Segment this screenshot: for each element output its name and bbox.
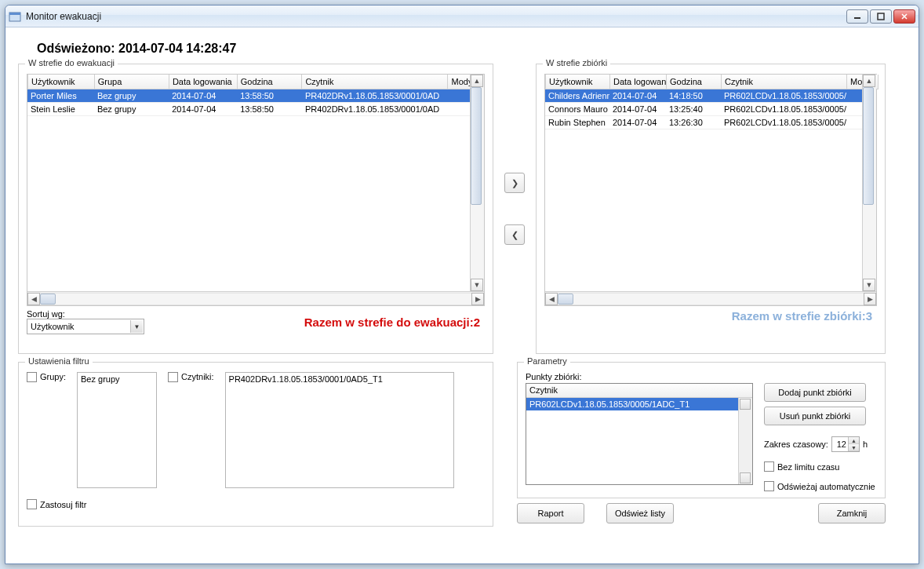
list-item[interactable]: PR402DRv1.18.05.1853/0001/0AD5_T1 bbox=[226, 373, 453, 385]
range-input[interactable] bbox=[832, 440, 848, 449]
spin-down-icon[interactable]: ▼ bbox=[849, 444, 859, 451]
sort-label: Sortuj wg: bbox=[27, 309, 140, 319]
horizontal-scrollbar[interactable]: ◀ ▶ bbox=[545, 291, 876, 305]
vertical-scrollbar[interactable] bbox=[738, 398, 752, 484]
col-header[interactable]: Grupa bbox=[94, 75, 169, 89]
col-header[interactable]: Data logowania bbox=[169, 75, 237, 89]
readers-checkbox[interactable] bbox=[168, 372, 178, 382]
minimize-button[interactable] bbox=[846, 9, 868, 24]
scroll-up-icon[interactable]: ▲ bbox=[863, 75, 875, 87]
col-header[interactable]: Użytkownik bbox=[546, 75, 610, 89]
move-right-button[interactable]: ❯ bbox=[504, 173, 525, 193]
table-row[interactable]: Stein Leslie Bez grupy 2014-07-04 13:58:… bbox=[27, 103, 484, 116]
gather-zone-legend: W strefie zbiórki bbox=[543, 58, 610, 67]
evac-zone-legend: W strefie do ewakuacji bbox=[25, 58, 118, 67]
scroll-up-icon[interactable]: ▲ bbox=[471, 75, 483, 87]
titlebar[interactable]: Monitor ewakuacji bbox=[5, 5, 919, 27]
filter-group: Ustawienia filtru Grupy: Bez grupy Czytn… bbox=[18, 362, 493, 527]
range-label: Zakres czasowy: bbox=[764, 440, 828, 449]
scroll-down-icon[interactable] bbox=[740, 472, 751, 483]
remove-point-button[interactable]: Usuń punkt zbiórki bbox=[764, 407, 866, 425]
vertical-scrollbar[interactable]: ▲ ▼ bbox=[470, 75, 484, 291]
groups-listbox[interactable]: Bez grupy bbox=[77, 372, 157, 488]
table-row[interactable]: Rubin Stephen 2014-07-04 13:26:30 PR602L… bbox=[545, 116, 876, 129]
list-item[interactable]: Bez grupy bbox=[78, 373, 156, 385]
no-limit-label: Bez limitu czasu bbox=[777, 462, 839, 472]
apply-filter-checkbox[interactable] bbox=[27, 499, 37, 509]
table-row[interactable]: Porter Miles Bez grupy 2014-07-04 13:58:… bbox=[27, 89, 484, 103]
params-legend: Parametry bbox=[524, 356, 570, 366]
col-header[interactable]: Godzina bbox=[667, 75, 722, 89]
apply-filter-label: Zastosuj filtr bbox=[40, 500, 86, 509]
table-row[interactable]: Connors Mauro 2014-07-04 13:25:40 PR602L… bbox=[545, 103, 876, 116]
app-window: Monitor ewakuacji Odświeżono: 2014-07-04… bbox=[5, 5, 919, 564]
evac-total: Razem w strefie do ewakuacji:2 bbox=[144, 316, 485, 329]
readers-listbox[interactable]: PR402DRv1.18.05.1853/0001/0AD5_T1 bbox=[225, 372, 454, 488]
col-header[interactable]: Czytnik bbox=[302, 75, 448, 89]
gather-zone-group: W strefie zbiórki Użytkownik Data logowa… bbox=[536, 64, 886, 354]
vertical-scrollbar[interactable]: ▲ ▼ bbox=[862, 75, 876, 291]
evac-zone-group: W strefie do ewakuacji Użytkownik Grupa … bbox=[18, 64, 493, 354]
maximize-button[interactable] bbox=[870, 9, 892, 24]
horizontal-scrollbar[interactable]: ◀ ▶ bbox=[27, 291, 484, 305]
auto-refresh-label: Odświeżaj automatycznie bbox=[777, 482, 875, 491]
close-button[interactable] bbox=[893, 9, 915, 24]
move-left-button[interactable]: ❮ bbox=[504, 224, 525, 245]
table-row[interactable]: Childers Adrienn 2014-07-04 14:18:50 PR6… bbox=[545, 89, 876, 103]
scroll-down-icon[interactable]: ▼ bbox=[863, 279, 875, 291]
no-limit-checkbox[interactable] bbox=[764, 461, 774, 472]
content: Odświeżono: 2014-07-04 14:28:47 W strefi… bbox=[5, 27, 919, 536]
close-dialog-button[interactable]: Zamknij bbox=[818, 503, 886, 523]
transfer-buttons: ❯ ❮ bbox=[493, 64, 536, 354]
refresh-button[interactable]: Odśwież listy bbox=[606, 503, 674, 523]
spin-up-icon[interactable]: ▲ bbox=[849, 437, 859, 444]
chevron-down-icon[interactable]: ▼ bbox=[130, 320, 143, 333]
sort-combo[interactable]: Użytkownik ▼ bbox=[27, 319, 144, 334]
points-label: Punkty zbiórki: bbox=[526, 372, 877, 381]
groups-label: Grupy: bbox=[40, 372, 66, 381]
params-group: Parametry Punkty zbiórki: Czytnik PR602L… bbox=[517, 362, 886, 498]
filter-legend: Ustawienia filtru bbox=[25, 356, 93, 366]
scroll-up-icon[interactable] bbox=[740, 399, 751, 410]
col-header[interactable]: Data logowan bbox=[610, 75, 667, 89]
report-button[interactable]: Raport bbox=[517, 503, 584, 523]
svg-rect-2 bbox=[854, 17, 860, 19]
svg-rect-3 bbox=[878, 13, 884, 20]
svg-rect-1 bbox=[9, 13, 20, 15]
window-title: Monitor ewakuacji bbox=[26, 11, 845, 22]
points-header[interactable]: Czytnik bbox=[526, 384, 752, 398]
add-point-button[interactable]: Dodaj punkt zbiórki bbox=[764, 383, 866, 402]
scroll-left-icon[interactable]: ◀ bbox=[545, 293, 558, 305]
points-listbox[interactable]: Czytnik PR602LCDv1.18.05.1853/0005/1ADC_… bbox=[526, 383, 753, 485]
col-header[interactable]: Godzina bbox=[237, 75, 302, 89]
gather-total: Razem w strefie zbiórki:3 bbox=[544, 309, 877, 323]
list-item[interactable]: PR602LCDv1.18.05.1853/0005/1ADC_T1 bbox=[526, 398, 752, 410]
app-icon bbox=[9, 10, 21, 23]
groups-checkbox[interactable] bbox=[27, 372, 37, 382]
scroll-right-icon[interactable]: ▶ bbox=[864, 293, 876, 305]
sort-value: Użytkownik bbox=[31, 322, 75, 331]
col-header[interactable]: Użytkownik bbox=[28, 75, 95, 89]
scroll-down-icon[interactable]: ▼ bbox=[471, 279, 483, 291]
readers-label: Czytniki: bbox=[181, 372, 214, 381]
range-spinner[interactable]: ▲▼ bbox=[831, 436, 860, 452]
refresh-timestamp: Odświeżono: 2014-07-04 14:28:47 bbox=[37, 42, 906, 56]
evac-table[interactable]: Użytkownik Grupa Data logowania Godzina … bbox=[27, 74, 485, 306]
scroll-left-icon[interactable]: ◀ bbox=[27, 293, 40, 305]
auto-refresh-checkbox[interactable] bbox=[764, 481, 774, 491]
scroll-right-icon[interactable]: ▶ bbox=[471, 293, 484, 305]
col-header[interactable]: Czytnik bbox=[722, 75, 847, 89]
gather-table[interactable]: Użytkownik Data logowan Godzina Czytnik … bbox=[544, 74, 877, 306]
range-unit: h bbox=[863, 440, 868, 449]
